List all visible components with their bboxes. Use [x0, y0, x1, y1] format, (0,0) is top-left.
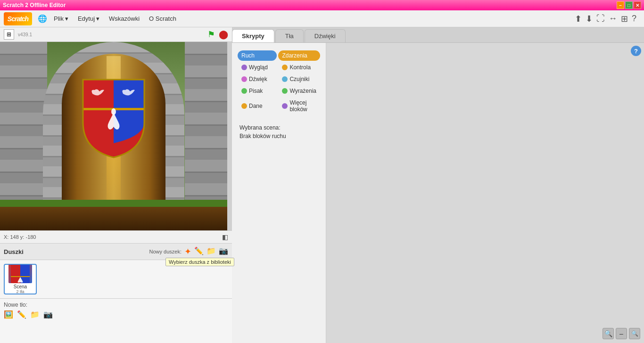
left-panel: ⊞ v439.1 ⚑ ⬤ — [0, 27, 232, 343]
ground — [0, 204, 227, 230]
blocks-area: Ruch Zdarzenia Wygląd Kontrola — [232, 43, 644, 343]
no-blocks-text: Brak bloków ruchu — [239, 133, 318, 139]
sprite-name: Scena — [14, 284, 27, 289]
category-wiecej[interactable]: Więcej bloków — [278, 98, 320, 114]
workspace[interactable]: ? 🔍 – 🔍 — [326, 43, 644, 343]
category-dane[interactable]: Dane — [238, 98, 277, 114]
category-ruch[interactable]: Ruch — [238, 50, 277, 61]
titlebar-title: Scratch 2 Offline Editor — [3, 2, 66, 8]
category-czujniki[interactable]: Czujniki — [278, 74, 320, 84]
category-kontrola[interactable]: Kontrola — [278, 62, 320, 73]
zoom-controls: 🔍 – 🔍 — [603, 328, 640, 339]
categories-grid: Ruch Zdarzenia Wygląd Kontrola — [235, 47, 323, 118]
bg-tools: 🖼️ ✏️ 📁 📷 — [4, 310, 228, 319]
expand-icon[interactable]: ↔ — [609, 14, 617, 24]
sprite-count: 2 tła — [16, 289, 24, 294]
sprites-panel: Duszki Nowy duszek: ✦ Wybierz duszka z b… — [0, 244, 232, 343]
globe-icon[interactable]: 🌐 — [38, 14, 47, 23]
green-flag-button[interactable]: ⚑ — [207, 29, 215, 40]
category-wyrazenia[interactable]: Wyrażenia — [278, 86, 320, 96]
bg-image-button[interactable]: 🖼️ — [4, 310, 13, 319]
tooltip-library: Wybierz duszka z biblioteki — [165, 258, 234, 266]
bg-upload-button[interactable]: 📁 — [30, 310, 40, 319]
grass — [0, 200, 227, 207]
help-icon[interactable]: ? — [632, 14, 636, 24]
titlebar-controls: – □ ✕ — [617, 1, 641, 9]
scratch-logo: Scratch — [4, 12, 32, 25]
bg-section: Nowe tło: 🖼️ ✏️ 📁 📷 — [0, 298, 232, 322]
add-sprite-library-button[interactable]: ✦ Wybierz duszka z biblioteki — [184, 246, 191, 257]
category-wyglad[interactable]: Wygląd — [238, 62, 277, 73]
bg-draw-button[interactable]: ✏️ — [17, 310, 26, 319]
fullscreen-button[interactable]: ◧ — [222, 233, 228, 241]
stage-resize-button[interactable]: ⊞ — [4, 29, 14, 40]
titlebar-text: Scratch 2 Offline Editor — [3, 2, 66, 8]
stage-backdrop — [0, 42, 227, 230]
tabs-bar: Skrypty Tła Dźwięki — [232, 27, 644, 43]
tab-skrypty[interactable]: Skrypty — [232, 29, 274, 42]
coord-display: X: 148 y: -180 — [4, 234, 36, 240]
shrink-icon[interactable]: ⊞ — [621, 14, 628, 24]
edit-menu[interactable]: Edytuj ▾ — [73, 13, 104, 24]
titlebar: Scratch 2 Offline Editor – □ ✕ — [0, 0, 644, 10]
fullscreen-icon[interactable]: ⛶ — [596, 14, 605, 24]
sprite-thumbnail — [8, 264, 32, 283]
bg-label: Nowe tło: — [4, 302, 228, 308]
zoom-in-button[interactable]: 🔍 — [629, 328, 640, 339]
category-pisak[interactable]: Pisak — [238, 86, 277, 96]
upload-sprite-button[interactable]: 📁 — [206, 246, 216, 257]
menubar: Scratch 🌐 Plik ▾ Edytuj ▾ Wskazówki O Sc… — [0, 10, 644, 27]
stage-controls: X: 148 y: -180 ◧ — [0, 230, 232, 244]
maximize-button[interactable]: □ — [625, 1, 633, 9]
draw-sprite-button[interactable]: ✏️ — [194, 246, 204, 257]
file-menu[interactable]: Plik ▾ — [49, 13, 73, 24]
main: ⊞ v439.1 ⚑ ⬤ — [0, 27, 644, 343]
new-sprite-label: Nowy duszek: — [149, 249, 182, 254]
sprite-item[interactable]: Scena 2 tła — [4, 264, 37, 294]
script-description: Wybrana scena: Brak bloków ruchu — [235, 120, 323, 144]
sprite-tools: ✦ Wybierz duszka z biblioteki ✏️ 📁 📷 — [184, 246, 228, 257]
upload-icon[interactable]: ⬆ — [575, 14, 582, 24]
zoom-reset-button[interactable]: – — [616, 328, 627, 339]
stage-top-controls: ⊞ v439.1 ⚑ ⬤ — [0, 27, 232, 42]
scene-label: Wybrana scena: — [239, 124, 318, 131]
category-zdarzenia[interactable]: Zdarzenia — [278, 50, 320, 61]
help-button[interactable]: ? — [631, 46, 641, 56]
about-menu[interactable]: O Scratch — [144, 13, 181, 24]
stage-canvas — [0, 42, 227, 230]
sprites-header: Duszki Nowy duszek: ✦ Wybierz duszka z b… — [0, 244, 232, 260]
stop-button[interactable]: ⬤ — [219, 29, 228, 40]
zoom-out-button[interactable]: 🔍 — [603, 328, 614, 339]
category-dzwiek[interactable]: Dźwięk — [238, 74, 277, 84]
tab-tla[interactable]: Tła — [275, 29, 304, 42]
shield-sprite — [78, 75, 149, 160]
bg-camera-button[interactable]: 📷 — [43, 310, 53, 319]
sprites-title: Duszki — [4, 248, 24, 255]
close-button[interactable]: ✕ — [634, 1, 641, 9]
tips-menu[interactable]: Wskazówki — [104, 13, 144, 24]
svg-point-0 — [111, 108, 116, 115]
right-panel: Skrypty Tła Dźwięki Ruch Zdarzenia — [232, 27, 644, 343]
tab-dzwieki[interactable]: Dźwięki — [305, 29, 346, 42]
categories-panel: Ruch Zdarzenia Wygląd Kontrola — [232, 43, 326, 343]
toolbar-icons: ⬆ ⬇ ⛶ ↔ ⊞ ? — [575, 14, 636, 24]
download-icon[interactable]: ⬇ — [586, 14, 593, 24]
version-label: v439.1 — [18, 32, 32, 37]
camera-sprite-button[interactable]: 📷 — [219, 246, 228, 257]
minimize-button[interactable]: – — [617, 1, 624, 9]
